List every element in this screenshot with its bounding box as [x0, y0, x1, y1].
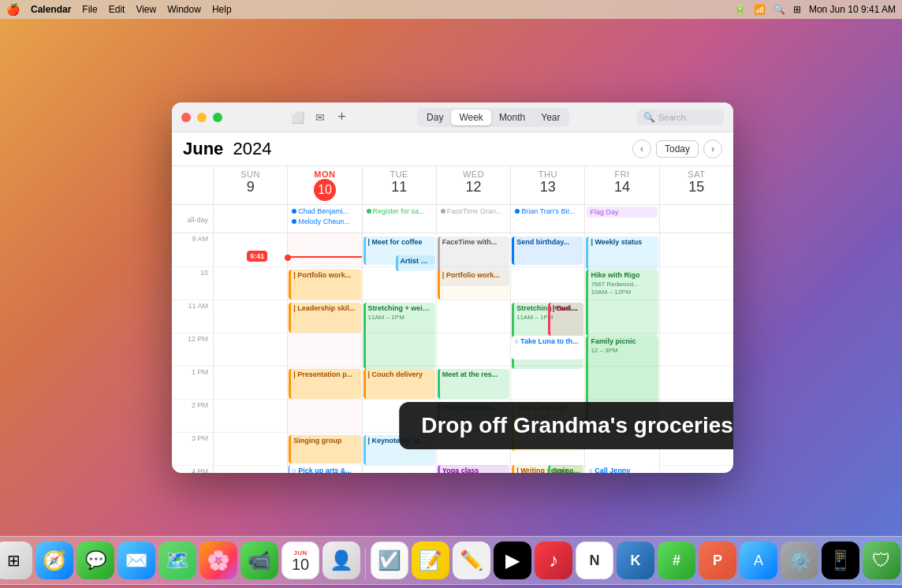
today-button[interactable]: Today: [656, 140, 699, 158]
days-header: Sun 9 Mon 10 Tue 11 Wed 12 Thu 13 Fri 14: [172, 166, 733, 205]
search-icon: 🔍: [643, 112, 655, 123]
dock-mail[interactable]: ✉️: [117, 541, 155, 579]
event-meet-wed[interactable]: Meet at the res...: [438, 369, 509, 399]
search-box[interactable]: 🔍 Search: [637, 110, 724, 125]
dock-separator: [365, 548, 366, 579]
dock-pages[interactable]: P: [699, 541, 736, 579]
event-pickup-mon[interactable]: ○ Pick up arts &...: [289, 465, 360, 473]
dock-notes[interactable]: 📝: [412, 541, 449, 579]
dock-music[interactable]: ♪: [535, 541, 572, 579]
allday-event-facetime[interactable]: FaceTime Gran...: [438, 207, 509, 216]
day-header-sat: Sat 15: [659, 166, 733, 204]
dock: 🗂️ ⊞ 🧭 💬 ✉️ 🗺️ 🌸 📹 JUN 10 👤 ☑️ 📝 ✏️ ▶ ♪ …: [0, 536, 902, 585]
prev-button[interactable]: ‹: [632, 140, 651, 158]
dock-numbers[interactable]: #: [658, 541, 695, 579]
dock-calendar[interactable]: JUN 10: [281, 541, 319, 579]
event-portfolio-wed[interactable]: | Portfolio work...: [438, 270, 509, 300]
event-singing-mon[interactable]: Singing group: [289, 435, 360, 463]
sidebar-toggle-icon[interactable]: ⬜: [290, 110, 306, 125]
event-soccer-thu[interactable]: Soccer practice: [548, 465, 584, 473]
dock-safari[interactable]: 🧭: [35, 541, 73, 579]
tab-day[interactable]: Day: [419, 110, 451, 125]
event-couch-tue[interactable]: | Couch delivery: [363, 369, 435, 399]
event-luna-thu[interactable]: ○ Take Luna to th...: [512, 336, 583, 359]
tooltip-text: Drop off Grandma's groceries: [421, 413, 733, 437]
day-header-thu: Thu 13: [510, 166, 584, 204]
apple-menu[interactable]: 🍎: [6, 3, 20, 16]
allday-mon: Chad Benjami... Melody Cheun...: [287, 205, 361, 233]
menu-edit[interactable]: Edit: [109, 4, 125, 15]
current-time-indicator: 9:41: [288, 256, 361, 258]
search-placeholder: Search: [658, 113, 686, 122]
allday-event-register[interactable]: Register for sa...: [364, 207, 434, 216]
dock-maps[interactable]: 🗺️: [158, 541, 196, 579]
time-10am: 10: [172, 266, 213, 300]
time-9am: 9 AM: [172, 233, 213, 266]
menu-file[interactable]: File: [82, 4, 97, 15]
event-hike-fri[interactable]: Hike with Rigo 7867 Redwood... 10AM – 12…: [586, 270, 658, 336]
event-leadership-mon[interactable]: | Leadership skil...: [289, 303, 360, 333]
dock-tv[interactable]: ▶: [494, 541, 531, 579]
menubar: 🍎 Calendar File Edit View Window Help 🔋 …: [0, 0, 902, 19]
minimize-button[interactable]: [197, 113, 207, 122]
dock-appstore[interactable]: A: [740, 541, 777, 579]
time-labels: 9 AM 10 11 AM 12 PM 1 PM 2 PM 3 PM 4 PM …: [172, 233, 213, 473]
close-button[interactable]: [181, 113, 191, 122]
allday-sun: [213, 205, 287, 233]
dock-facetime[interactable]: 📹: [240, 541, 278, 579]
app-name[interactable]: Calendar: [31, 4, 71, 15]
event-stretching-tue[interactable]: Stretching + weights 11AM – 1PM: [363, 303, 435, 369]
menu-window[interactable]: Window: [167, 4, 201, 15]
time-12pm: 12 PM: [172, 333, 213, 366]
allday-thu: Brian Tran's Bir...: [510, 205, 584, 233]
menu-view[interactable]: View: [136, 4, 156, 15]
event-weekly-fri[interactable]: | Weekly status: [586, 236, 658, 270]
tab-month[interactable]: Month: [491, 110, 533, 125]
calendar-window: ⬜ ✉ + Day Week Month Year 🔍 Search June …: [172, 102, 733, 473]
allday-event-chad[interactable]: Chad Benjami...: [289, 207, 360, 216]
inbox-icon[interactable]: ✉: [312, 110, 328, 125]
day-header-sun: Sun 9: [213, 166, 287, 204]
allday-event-flagday[interactable]: Flag Day: [587, 207, 657, 218]
search-icon[interactable]: 🔍: [773, 4, 785, 15]
calendar-nav: ‹ Today ›: [632, 140, 722, 158]
dock-photos[interactable]: 🌸: [199, 541, 237, 579]
time-4pm: 4 PM: [172, 465, 213, 473]
allday-tue: Register for sa...: [362, 205, 436, 233]
add-event-button[interactable]: +: [334, 110, 350, 125]
allday-event-melody[interactable]: Melody Cheun...: [289, 217, 360, 226]
dock-news[interactable]: N: [576, 541, 613, 579]
time-3pm: 3 PM: [172, 432, 213, 465]
dock-system-settings[interactable]: ⚙️: [781, 541, 818, 579]
tab-week[interactable]: Week: [451, 110, 490, 125]
next-button[interactable]: ›: [703, 140, 722, 158]
calendar-title: June 2024: [183, 139, 271, 159]
dock-freeform[interactable]: ✏️: [453, 541, 490, 579]
fullscreen-button[interactable]: [213, 113, 222, 122]
event-yoga-wed[interactable]: Yoga class ⊙ 501 Stanyan St,... ⊙ 4 – 5:…: [438, 465, 509, 473]
calendar-header: June 2024 ‹ Today ›: [172, 132, 733, 166]
control-center-icon[interactable]: ⊞: [793, 4, 801, 15]
event-jenny-fri[interactable]: ○ Call Jenny: [586, 465, 658, 473]
dock-adguard[interactable]: 🛡: [863, 541, 900, 579]
allday-row: all-day Chad Benjami... Melody Cheun... …: [172, 205, 733, 233]
tab-year[interactable]: Year: [533, 110, 568, 125]
dock-messages[interactable]: 💬: [76, 541, 114, 579]
day-header-fri: Fri 14: [584, 166, 658, 204]
dock-iphone-mirror[interactable]: 📱: [822, 541, 859, 579]
event-portfolio-mon[interactable]: | Portfolio work...: [289, 270, 360, 300]
time-2pm: 2 PM: [172, 399, 213, 432]
menu-help[interactable]: Help: [212, 4, 232, 15]
allday-event-brian[interactable]: Brian Tran's Bir...: [512, 207, 583, 216]
dock-reminders[interactable]: ☑️: [371, 541, 408, 579]
dock-launchpad[interactable]: ⊞: [0, 541, 32, 579]
day-header-tue: Tue 11: [362, 166, 436, 204]
event-budget-thu[interactable]: | Budget meeting: [548, 303, 584, 336]
dock-contacts[interactable]: 👤: [322, 541, 360, 579]
event-birthday-thu[interactable]: Send birthday...: [512, 236, 583, 265]
title-bar: ⬜ ✉ + Day Week Month Year 🔍 Search: [172, 102, 733, 132]
event-presentation-mon[interactable]: | Presentation p...: [289, 369, 360, 399]
current-time-badge: 9:41: [247, 251, 267, 262]
event-artist-tue[interactable]: Artist worksho...: [396, 255, 435, 271]
dock-keynote[interactable]: K: [617, 541, 654, 579]
